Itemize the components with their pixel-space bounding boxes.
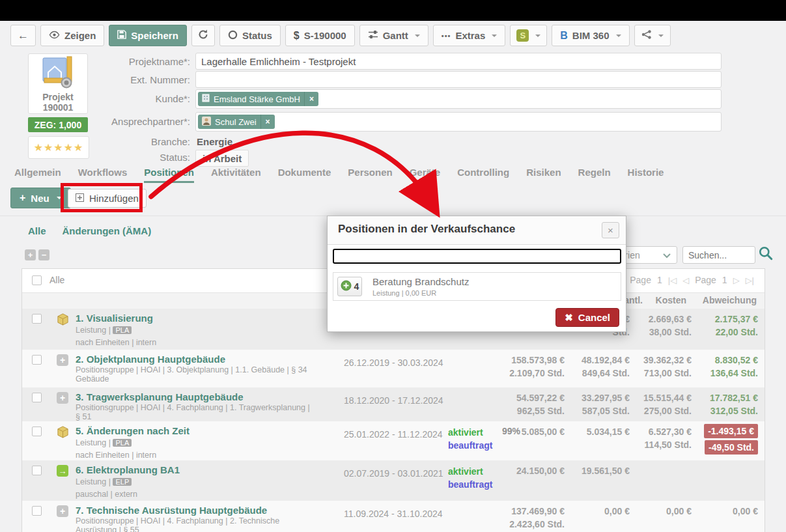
select-all-checkbox[interactable]	[32, 275, 42, 285]
row-checkbox[interactable]	[32, 393, 42, 402]
expand-collapse-controls: + −	[25, 249, 49, 260]
table-row[interactable]: 5. Änderungen nach Zeit Leistung | PLA n…	[22, 421, 765, 460]
tab-risiken[interactable]: Risiken	[526, 167, 561, 183]
position-title[interactable]: 7. Technische Ausrüstung Hauptgebäude	[76, 505, 267, 516]
negative-eur-badge: -1.493,15 €	[704, 424, 758, 438]
position-title[interactable]: 3. Tragwerksplanung Hauptgebäude	[76, 391, 244, 402]
kunde-tag: Emsland Stärke GmbH ×	[198, 92, 318, 106]
add-position-button[interactable]: 4	[337, 277, 362, 296]
next-page-icon[interactable]: ▷	[733, 275, 740, 285]
status-button[interactable]: Status	[219, 25, 281, 46]
refresh-button[interactable]	[191, 25, 215, 46]
search-icon[interactable]	[758, 245, 774, 264]
first-page-icon[interactable]: |◁	[668, 275, 677, 285]
status-value: in Arbeit	[195, 150, 249, 167]
expand-all-icon[interactable]: +	[25, 249, 36, 260]
value-std: 136,64 Std.	[660, 367, 758, 380]
negative-std-badge: -49,50 Std.	[705, 440, 758, 455]
filter-aema[interactable]: Änderungen (ÄMA)	[63, 225, 152, 236]
table-row[interactable]: → 6. Elektroplanung BA1 Leistung | ELP p…	[22, 460, 765, 501]
kunde-field[interactable]: Emsland Stärke GmbH ×	[195, 89, 722, 109]
tab-positionen[interactable]: Positionen	[144, 167, 194, 183]
value-eur: 0,00 €	[660, 505, 758, 518]
tab-geraete[interactable]: Geräte	[410, 167, 441, 183]
page-size-value: 1	[657, 275, 662, 285]
s-app-button[interactable]: S	[510, 25, 547, 46]
gantt-button[interactable]: Gantt	[359, 25, 428, 46]
ext-nummer-input[interactable]	[195, 71, 722, 88]
hinzufuegen-button[interactable]: Hinzufügen	[68, 189, 147, 208]
tab-workflows[interactable]: Workflows	[78, 167, 128, 183]
sliders-icon	[368, 30, 378, 41]
abweichung-cell: 8.830,52 €136,64 Std.	[660, 354, 758, 380]
chevron-down-icon	[415, 35, 420, 37]
value-eur: 8.830,52 €	[660, 354, 758, 367]
page-label: Page	[630, 275, 651, 285]
remove-tag-icon[interactable]: ×	[304, 92, 318, 106]
status-field-label: Status:	[0, 152, 190, 163]
value-std: 312,05 Std.	[660, 404, 758, 417]
dialog-header: Positionen in der Verkaufschance ×	[328, 216, 626, 245]
position-title[interactable]: 6. Elektroplanung BA1	[76, 464, 180, 475]
tab-aktivitaeten[interactable]: Aktivitäten	[211, 167, 261, 183]
remove-tag-icon[interactable]: ×	[260, 115, 275, 129]
position-title[interactable]: 5. Änderungen nach Zeit	[76, 425, 189, 436]
tab-historie[interactable]: Historie	[628, 167, 664, 183]
position-title[interactable]: 2. Objektplanung Hauptgebäude	[76, 354, 225, 365]
tab-personen[interactable]: Personen	[348, 167, 392, 183]
table-row[interactable]: + 7. Technische Ausrüstung Hauptgebäude …	[22, 501, 765, 532]
sales-number-button[interactable]: $ S-190000	[285, 25, 355, 46]
dialog-search-input[interactable]	[333, 249, 621, 264]
last-page-icon[interactable]: ▷|	[746, 275, 754, 285]
share-icon	[641, 30, 652, 41]
cancel-button[interactable]: ✖ Cancel	[555, 308, 619, 327]
position-title[interactable]: 1. Visualisierung	[76, 313, 153, 324]
filter-alle[interactable]: Alle	[28, 225, 46, 236]
value-eur: 17.782,51 €	[660, 391, 758, 404]
prev-page-icon[interactable]: ◁	[682, 275, 689, 285]
close-icon[interactable]: ×	[602, 222, 619, 238]
row-checkbox[interactable]	[32, 314, 42, 324]
position-code-badge: PLA	[113, 439, 132, 447]
row-checkbox[interactable]	[32, 427, 42, 436]
package-icon	[57, 313, 69, 328]
tab-controlling[interactable]: Controlling	[457, 167, 509, 183]
branche-value: Energie	[197, 136, 232, 147]
dialog-title: Positionen in der Verkaufschance	[338, 223, 515, 236]
back-button[interactable]: ←	[10, 25, 36, 46]
row-checkbox[interactable]	[32, 506, 42, 516]
expand-icon[interactable]: +	[57, 392, 68, 404]
arrow-right-icon: →	[57, 465, 68, 477]
position-dates: 11.09.2024 - 31.10.2024	[344, 509, 443, 519]
pagination: Page 1 |◁ ◁ Page 1 ▷ ▷|	[630, 275, 754, 285]
tab-allgemein[interactable]: Allgemein	[14, 167, 61, 183]
expand-icon[interactable]: +	[57, 505, 68, 517]
dialog-item-meta: Leistung | 0,00 EUR	[372, 289, 436, 297]
projektname-label: Projektname*:	[0, 56, 190, 67]
neu-button[interactable]: + Neu	[10, 188, 71, 208]
share-button[interactable]	[634, 25, 671, 46]
page-label: Page	[695, 275, 716, 285]
bim360-label: BIM 360	[572, 30, 610, 41]
row-checkbox[interactable]	[32, 466, 42, 475]
search-input[interactable]	[682, 246, 755, 264]
row-checkbox[interactable]	[32, 355, 42, 365]
bim360-button[interactable]: B BIM 360	[552, 25, 629, 46]
ansprechpartner-field[interactable]: Schul Zwei ×	[195, 112, 722, 132]
speichern-label: Speichern	[131, 30, 178, 41]
tab-dokumente[interactable]: Dokumente	[278, 167, 331, 183]
zeigen-button[interactable]: Zeigen	[40, 25, 104, 46]
extras-button[interactable]: ••• Extras	[433, 25, 505, 46]
expand-icon[interactable]: +	[57, 354, 68, 366]
value-std: 22,00 Std.	[660, 326, 758, 339]
table-row[interactable]: + 3. Tragwerksplanung Hauptgebäude Posit…	[22, 387, 765, 421]
position-meta: Positionsgruppe | HOAI | 3. Objektplanun…	[76, 365, 313, 384]
dialog-list-item[interactable]: 4 Beratung Brandschutz Leistung | 0,00 E…	[333, 272, 621, 301]
tab-regeln[interactable]: Regeln	[578, 167, 611, 183]
speichern-button[interactable]: Speichern	[109, 25, 187, 46]
projektname-input[interactable]	[195, 53, 722, 70]
status-circle-icon	[228, 30, 238, 42]
table-row[interactable]: + 2. Objektplanung Hauptgebäude Position…	[22, 350, 765, 387]
collapse-all-icon[interactable]: −	[38, 249, 49, 260]
list-filter-tabs: Alle Änderungen (ÄMA)	[28, 225, 151, 236]
